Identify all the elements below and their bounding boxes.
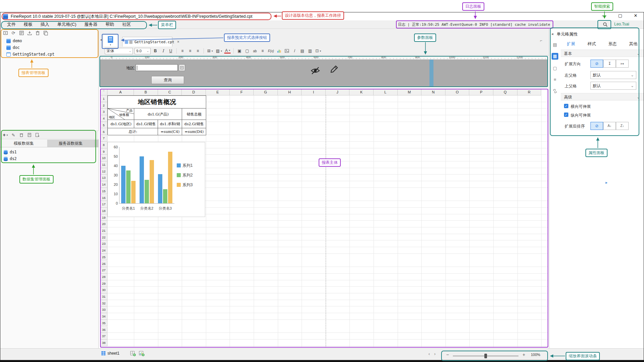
data-cell-sum[interactable]: ds1.求和(销 [158, 120, 182, 128]
row-header-32[interactable]: 32 [100, 300, 107, 307]
param-panel-toggle-icon[interactable]: ⌐ [540, 38, 542, 43]
data-cell-region[interactable]: ds1.G(地区) [108, 120, 134, 128]
row-header-25[interactable]: 25 [100, 254, 107, 261]
align-left-icon[interactable]: ≡ [179, 48, 185, 54]
row-header-24[interactable]: 24 [100, 247, 107, 254]
batch-edit-dataset-icon[interactable] [34, 132, 41, 138]
scroll-next-icon[interactable]: › [434, 351, 435, 356]
row-header-21[interactable]: 21 [100, 227, 107, 234]
column-header-I[interactable]: I [302, 89, 326, 95]
merge-cells-icon[interactable]: ▣ [236, 48, 242, 54]
diagonal-header-cell[interactable]: 产品 销售额 地区 [108, 108, 134, 120]
grid-view-icon[interactable]: ▦ [125, 40, 128, 44]
maximize-button[interactable]: ▢ [615, 13, 625, 20]
preview-dataset-icon[interactable] [26, 132, 32, 138]
param-input[interactable] [136, 64, 178, 71]
row-header-14[interactable]: 14 [100, 181, 107, 188]
italic-button[interactable]: I [160, 48, 166, 54]
zoom-slider-thumb[interactable] [484, 354, 487, 358]
left-parent-select[interactable]: 默认⌄ [590, 71, 636, 79]
formula-button[interactable]: F(x) [267, 48, 274, 54]
underline-button[interactable]: U [168, 48, 174, 54]
row-header-34[interactable]: 34 [100, 313, 107, 320]
column-header-K[interactable]: K [349, 89, 374, 95]
float-element-strip-icon[interactable]: ▢ [552, 65, 558, 72]
log-panel[interactable]: 日志 | 正常:19:50:25 AWT-EventQueue-0 INFO [… [398, 21, 551, 28]
param-widget-edit-button[interactable] [179, 64, 185, 71]
font-size-select[interactable]: 9.0⌄ [135, 48, 151, 54]
font-color-button[interactable]: A▾ [224, 48, 231, 54]
sort-desc-button[interactable]: Z↓ [616, 122, 629, 130]
menu-item-6[interactable]: 帮助 [101, 20, 118, 28]
total-formula-c-cell[interactable]: =sum(C4) [158, 128, 182, 135]
row-header-33[interactable]: 33 [100, 306, 107, 313]
widget-select-button[interactable]: ⊡▾ [315, 48, 322, 54]
tree-item-gettingstarted-cpt[interactable]: GettingStarted.cpt [0, 51, 99, 58]
row-header-9[interactable]: 9 [100, 148, 107, 155]
row-header-11[interactable]: 11 [100, 161, 107, 168]
menu-item-4[interactable]: 单元格(C) [53, 20, 80, 28]
row-header-6[interactable]: 6 [100, 129, 107, 135]
report-list-icon[interactable] [18, 30, 24, 36]
grid-corner[interactable]: ⁝⁝ [100, 89, 107, 95]
tree-item-doc[interactable]: doc [0, 44, 99, 51]
edit-dataset-icon[interactable]: ✎ [10, 132, 16, 138]
collapse-left-panel-icon[interactable]: ◂ [100, 38, 102, 42]
column-header-G[interactable]: G [254, 89, 278, 95]
row-header-1[interactable]: 1 [100, 95, 107, 102]
column-header-B[interactable]: B [134, 89, 158, 95]
delete-icon[interactable] [34, 30, 41, 36]
column-header-L[interactable]: L [374, 89, 398, 95]
row-header-2[interactable]: 2 [100, 102, 107, 109]
row-header-8[interactable]: 8 [100, 142, 107, 148]
row-header-20[interactable]: 20 [100, 221, 107, 227]
menu-item-5[interactable]: 服务器 [80, 20, 101, 28]
copy-icon[interactable] [43, 30, 49, 36]
align-right-icon[interactable]: ≡ [195, 48, 201, 54]
dataset-item-ds1[interactable]: ds1 [0, 149, 99, 155]
column-header-A[interactable]: A [107, 89, 134, 95]
column-header-F[interactable]: F [230, 89, 254, 95]
column-header-R[interactable]: R [517, 89, 542, 95]
tab-server-dataset[interactable]: 服务器数据集 [47, 140, 94, 147]
column-header-E[interactable]: E [206, 89, 230, 95]
h-extendable-checkbox[interactable]: ✓ [564, 104, 568, 108]
user-name[interactable]: Leo.Tsai [614, 22, 629, 26]
row-header-16[interactable]: 16 [100, 195, 107, 201]
total-formula-d-cell[interactable]: =sum(D4) [182, 128, 206, 135]
close-button[interactable]: ✕ [631, 13, 641, 20]
zoom-out-button[interactable]: − [446, 352, 449, 357]
sheet-tab[interactable]: sheet1 [101, 351, 119, 356]
insert-image-icon[interactable] [284, 48, 290, 54]
install-plugin-icon[interactable] [26, 30, 32, 36]
scroll-prev-icon[interactable]: ‹ [428, 351, 430, 356]
sort-none-button[interactable]: ⊘ [590, 122, 603, 130]
row-header-31[interactable]: 31 [100, 293, 107, 300]
row-header-12[interactable]: 12 [100, 168, 107, 175]
row-header-3[interactable]: 3 [100, 108, 107, 115]
column-header-O[interactable]: O [446, 89, 470, 95]
delete-dataset-icon[interactable] [18, 132, 24, 138]
row-header-29[interactable]: 29 [100, 280, 107, 287]
row-header-26[interactable]: 26 [100, 261, 107, 267]
embedded-bar-chart[interactable]: 0102030405060分类名1分类名2分类名3系列1系列2系列3 [107, 142, 205, 217]
report-title-cell[interactable]: 地区销售概况 [108, 96, 206, 108]
fill-color-button[interactable]: ▨▾ [215, 48, 223, 54]
query-button[interactable]: 查询 [151, 76, 184, 84]
close-tab-icon[interactable]: × [177, 40, 179, 44]
bold-button[interactable]: B [152, 48, 158, 54]
param-panel-handle[interactable] [429, 60, 433, 87]
tab-template-dataset[interactable]: 模板数据集 [0, 140, 47, 147]
zoom-in-button[interactable]: + [522, 352, 525, 357]
property-tab-3[interactable]: 形态 [602, 40, 623, 48]
add-dataset-icon[interactable]: +▾ [2, 132, 8, 138]
row-header-35[interactable]: 35 [100, 320, 107, 327]
column-header-D[interactable]: D [182, 89, 206, 95]
document-tab[interactable]: ▦ ▦ GettingStarted.cpt × [122, 37, 172, 47]
row-header-36[interactable]: 36 [100, 327, 107, 333]
template-param-strip-icon[interactable]: ▤ [552, 42, 558, 48]
grid-view-alt-icon[interactable]: ▦ [129, 40, 133, 44]
expand-horizontal-button[interactable]: ↦ [616, 60, 629, 68]
column-header-M[interactable]: M [398, 89, 422, 95]
row-header-22[interactable]: 22 [100, 234, 107, 241]
